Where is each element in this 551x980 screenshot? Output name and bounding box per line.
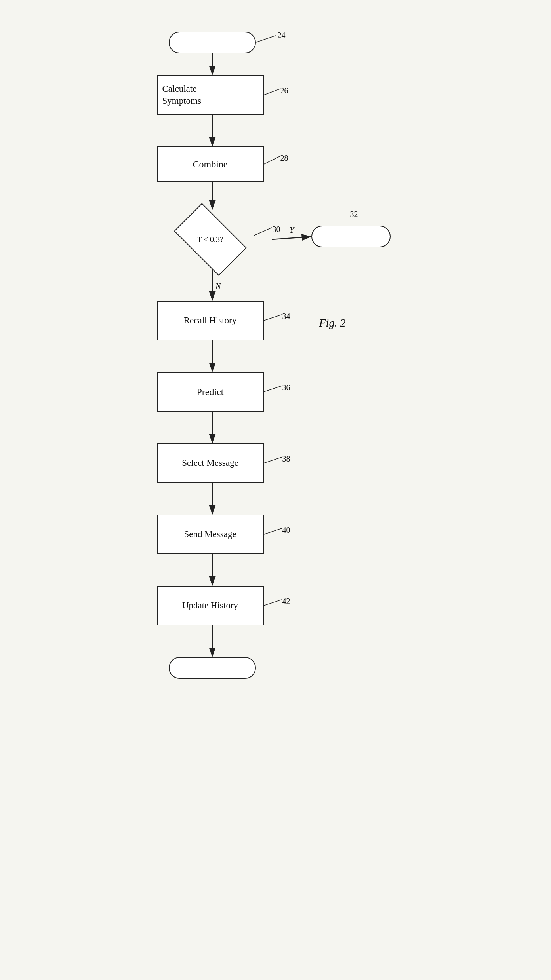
combine-label: Combine <box>193 159 228 170</box>
send-message-label: Send Message <box>184 529 236 539</box>
svg-line-13 <box>264 156 280 164</box>
predict-node: Predict <box>157 372 264 412</box>
label-42: 42 <box>282 597 290 606</box>
label-40: 40 <box>282 526 290 535</box>
recall-history-node: Recall History <box>157 301 264 340</box>
update-history-label: Update History <box>182 600 238 611</box>
svg-line-17 <box>264 386 282 392</box>
exit-right-node <box>311 226 391 247</box>
label-30: 30 <box>273 225 280 234</box>
label-38: 38 <box>282 454 290 463</box>
svg-text:Y: Y <box>290 226 295 234</box>
svg-line-19 <box>264 528 282 534</box>
flowchart-diagram: Y N 24 CalculateSymptoms 26 Combine 28 T… <box>137 16 414 966</box>
send-message-node: Send Message <box>157 515 264 554</box>
label-34: 34 <box>282 312 290 321</box>
label-32: 32 <box>350 210 358 219</box>
svg-line-12 <box>264 89 280 95</box>
update-history-node: Update History <box>157 586 264 625</box>
label-28: 28 <box>280 154 288 163</box>
label-26: 26 <box>280 86 288 95</box>
calc-symptoms-node: CalculateSymptoms <box>157 75 264 115</box>
end-node <box>169 657 256 679</box>
svg-line-16 <box>264 315 282 321</box>
figure-label: Fig. 2 <box>319 317 346 329</box>
diamond-node: T < 0.3? <box>149 210 272 269</box>
label-36: 36 <box>282 383 290 392</box>
svg-line-4 <box>272 237 311 239</box>
combine-node: Combine <box>157 146 264 182</box>
label-24: 24 <box>278 31 286 40</box>
diamond-label: T < 0.3? <box>197 235 223 244</box>
svg-line-20 <box>264 600 282 606</box>
predict-label: Predict <box>197 387 224 397</box>
select-message-node: Select Message <box>157 443 264 483</box>
svg-text:N: N <box>215 282 221 291</box>
svg-line-11 <box>256 36 276 42</box>
select-message-label: Select Message <box>182 458 238 468</box>
svg-line-18 <box>264 457 282 463</box>
calc-symptoms-label: CalculateSymptoms <box>162 83 201 107</box>
start-node <box>169 32 256 53</box>
recall-history-label: Recall History <box>184 315 237 326</box>
